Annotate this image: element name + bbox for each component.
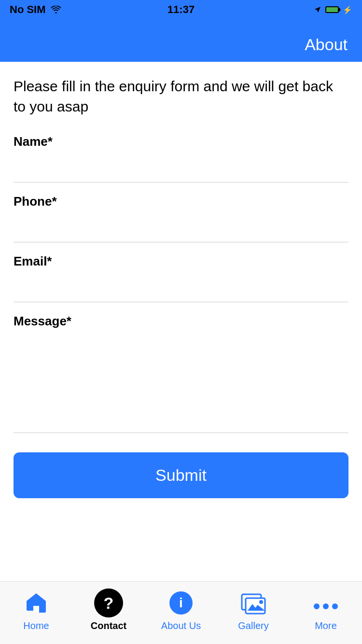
phone-field-group: Phone*	[14, 194, 348, 242]
more-icon	[311, 588, 340, 617]
charging-icon: ⚡	[343, 5, 352, 14]
tab-contact-label: Contact	[91, 620, 126, 631]
submit-button[interactable]: Submit	[14, 452, 348, 498]
phone-input[interactable]	[14, 217, 348, 242]
home-icon	[22, 588, 51, 617]
wifi-icon	[51, 6, 61, 14]
contact-icon: ?	[94, 588, 123, 617]
main-content: Please fill in the enquiry form and we w…	[0, 62, 362, 518]
tab-about-us-label: About Us	[161, 620, 201, 631]
battery-icon	[325, 6, 339, 13]
message-label: Message*	[14, 314, 348, 329]
tab-gallery[interactable]: Gallery	[222, 588, 285, 631]
email-field-group: Email*	[14, 254, 348, 302]
info-icon: i	[167, 588, 195, 617]
name-label: Name*	[14, 134, 348, 149]
tab-contact[interactable]: ? Contact	[77, 588, 140, 631]
location-icon	[314, 6, 321, 14]
message-field-group: Message*	[14, 314, 348, 433]
phone-label: Phone*	[14, 194, 348, 209]
email-label: Email*	[14, 254, 348, 269]
carrier-text: No SIM	[10, 3, 46, 16]
email-input[interactable]	[14, 277, 348, 302]
svg-point-5	[259, 600, 263, 604]
name-input[interactable]	[14, 157, 348, 182]
tab-home-label: Home	[23, 620, 49, 631]
status-bar: No SIM 11:37 ⚡	[0, 0, 362, 19]
nav-title: About	[305, 35, 348, 54]
status-time: 11:37	[167, 3, 195, 16]
tab-about-us[interactable]: i About Us	[150, 588, 212, 631]
svg-rect-0	[33, 606, 39, 612]
intro-text: Please fill in the enquiry form and we w…	[14, 76, 348, 117]
tab-more[interactable]: More	[294, 588, 357, 631]
svg-text:i: i	[179, 595, 183, 610]
tab-gallery-label: Gallery	[238, 620, 268, 631]
tab-more-label: More	[315, 620, 337, 631]
gallery-icon	[239, 588, 268, 617]
name-field-group: Name*	[14, 134, 348, 182]
tab-home[interactable]: Home	[5, 588, 68, 631]
status-icons: ⚡	[314, 5, 352, 14]
tab-bar: Home ? Contact i About Us	[0, 581, 362, 644]
nav-bar: About	[0, 19, 362, 62]
message-input[interactable]	[14, 336, 348, 433]
